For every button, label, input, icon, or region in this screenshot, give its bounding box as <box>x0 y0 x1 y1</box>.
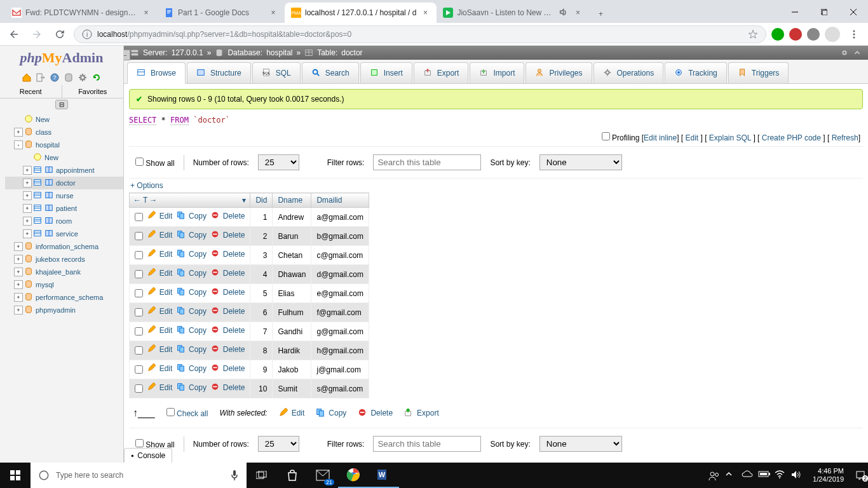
row-checkbox[interactable] <box>135 213 143 221</box>
bc-db[interactable]: hospital <box>266 48 292 57</box>
minimize-button[interactable] <box>780 3 810 22</box>
row-checkbox[interactable] <box>135 289 143 297</box>
tree-item-patient[interactable]: +patient <box>5 202 123 215</box>
expand-icon[interactable]: + <box>23 166 32 175</box>
browse-icon[interactable] <box>33 165 43 175</box>
expand-icon[interactable]: + <box>23 217 32 226</box>
row-copy[interactable]: Copy <box>177 383 207 393</box>
tree-label[interactable]: nurse <box>56 192 74 200</box>
tree-item-New[interactable]: New <box>5 113 123 126</box>
tab-recent[interactable]: Recent <box>0 85 62 98</box>
options-toggle[interactable]: + Options <box>129 179 863 193</box>
row-copy[interactable]: Copy <box>177 344 207 355</box>
tree-label[interactable]: room <box>56 217 72 225</box>
tab-export[interactable]: Export <box>414 62 469 83</box>
volume-icon[interactable] <box>791 470 801 480</box>
expand-icon[interactable]: + <box>14 306 23 315</box>
browse-icon[interactable] <box>33 216 43 226</box>
row-checkbox[interactable] <box>135 270 143 278</box>
row-delete[interactable]: Delete <box>211 249 245 259</box>
panel-toggle[interactable]: ← <box>124 50 130 60</box>
tree-label[interactable]: khajalee_bank <box>36 268 81 276</box>
forward-button[interactable] <box>28 25 46 43</box>
tab-operations[interactable]: Operations <box>593 62 664 83</box>
browser-tab-docs[interactable]: Part 1 - Google Docs × <box>158 3 285 23</box>
docs-icon[interactable]: ? <box>50 72 60 83</box>
expand-icon[interactable]: + <box>14 242 23 251</box>
tree-item-room[interactable]: +room <box>5 215 123 227</box>
col-dname[interactable]: Dname <box>273 193 311 208</box>
row-edit[interactable]: Edit <box>147 287 173 297</box>
profiling-checkbox[interactable] <box>602 132 610 140</box>
tree-item-appointment[interactable]: +appointment <box>5 164 123 177</box>
close-button[interactable] <box>839 3 868 22</box>
bulk-delete[interactable]: Delete <box>358 408 393 418</box>
row-checkbox[interactable] <box>135 365 143 374</box>
onedrive-icon[interactable] <box>742 470 752 480</box>
tree-label[interactable]: New <box>44 154 58 161</box>
t-icon[interactable]: T <box>143 196 147 205</box>
browse-icon[interactable] <box>33 191 43 201</box>
row-edit[interactable]: Edit <box>147 344 173 355</box>
create-php-link[interactable]: Create PHP code <box>762 133 821 142</box>
gear-icon[interactable] <box>840 48 849 57</box>
collapse-handle[interactable]: ⊟ <box>55 100 68 109</box>
tree-label[interactable]: New <box>36 116 50 123</box>
row-delete[interactable]: Delete <box>211 344 245 355</box>
row-delete[interactable]: Delete <box>211 268 245 278</box>
start-button[interactable] <box>0 463 31 488</box>
row-copy[interactable]: Copy <box>177 325 207 336</box>
row-checkbox[interactable] <box>135 384 143 393</box>
tab-tracking[interactable]: Tracking <box>665 62 727 83</box>
num-rows-select-2[interactable]: 25 <box>258 436 299 452</box>
tree-label[interactable]: patient <box>56 205 77 212</box>
home-icon[interactable] <box>22 72 32 83</box>
row-copy[interactable]: Copy <box>177 249 207 259</box>
taskbar-search[interactable]: Type here to search <box>31 463 247 488</box>
tree-label[interactable]: performance_schema <box>36 294 103 301</box>
row-edit[interactable]: Edit <box>147 383 173 393</box>
tab-import[interactable]: Import <box>470 62 524 83</box>
expand-icon[interactable]: + <box>14 293 23 302</box>
row-delete[interactable]: Delete <box>211 211 245 221</box>
expand-icon[interactable]: + <box>23 229 32 238</box>
task-chrome[interactable] <box>338 463 369 488</box>
tree-item-class[interactable]: +class <box>5 126 123 139</box>
maximize-button[interactable] <box>810 3 839 22</box>
task-word[interactable]: W <box>369 463 399 488</box>
browser-tab-pma[interactable]: PMA localhost / 127.0.0.1 / hospital / d… <box>285 3 437 23</box>
row-delete[interactable]: Delete <box>211 325 245 336</box>
browse-icon[interactable] <box>33 203 43 214</box>
tree-label[interactable]: hospital <box>36 141 60 149</box>
row-checkbox[interactable] <box>135 251 143 259</box>
browser-tab-gmail[interactable]: Fwd: PLDTCWYNMN - design dat × <box>5 3 158 23</box>
menu-button[interactable] <box>845 25 863 43</box>
row-checkbox[interactable] <box>135 346 143 355</box>
profile-avatar[interactable] <box>825 27 840 42</box>
arrow-left-icon[interactable]: ← <box>133 196 141 205</box>
tree-item-jukebox-records[interactable]: +jukebox records <box>5 253 123 266</box>
expand-icon[interactable]: + <box>23 179 32 187</box>
row-delete[interactable]: Delete <box>211 363 245 374</box>
task-mail[interactable]: 21 <box>308 463 338 488</box>
close-icon[interactable]: × <box>268 8 278 18</box>
tab-search[interactable]: Search <box>302 62 359 83</box>
expand-icon[interactable]: - <box>14 140 23 149</box>
expand-icon[interactable]: + <box>23 204 32 213</box>
people-icon[interactable] <box>709 470 719 480</box>
explain-link[interactable]: Explain SQL <box>709 133 751 142</box>
tree-item-New[interactable]: New <box>5 151 123 164</box>
check-all-checkbox[interactable] <box>166 408 175 416</box>
task-view-button[interactable] <box>247 463 277 488</box>
expand-icon[interactable]: + <box>23 191 32 200</box>
tab-sql[interactable]: SQLSQL <box>252 62 301 83</box>
row-edit[interactable]: Edit <box>147 249 173 259</box>
tree-label[interactable]: appointment <box>56 166 95 174</box>
tab-favorites[interactable]: Favorites <box>62 85 124 98</box>
sort-select[interactable]: None <box>539 154 622 170</box>
row-delete[interactable]: Delete <box>211 230 245 240</box>
back-button[interactable] <box>5 25 23 43</box>
show-all-label[interactable]: Show all <box>135 158 175 168</box>
tree-item-khajalee_bank[interactable]: +khajalee_bank <box>5 266 123 278</box>
search-input-2[interactable] <box>373 436 481 452</box>
